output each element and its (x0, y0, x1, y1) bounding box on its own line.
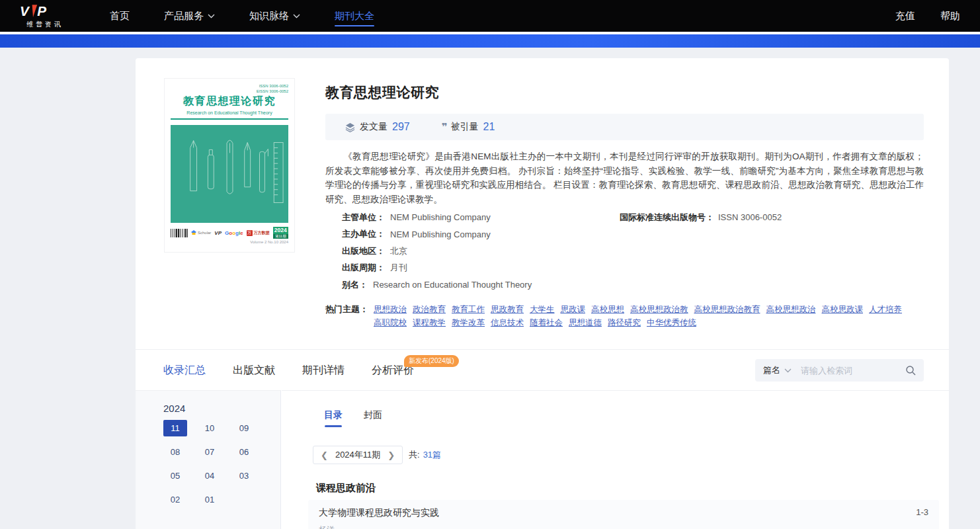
topic-link[interactable]: 随着社会 (530, 316, 563, 329)
vip-logo[interactable]: V P 维普资讯 (20, 3, 81, 29)
journal-metadata: 主管单位：NEM Publishing Company 主办单位：NEM Pub… (342, 209, 532, 294)
cover-divider (171, 118, 288, 120)
nav-item-journals[interactable]: 期刊大全 (335, 0, 374, 32)
search-field-select[interactable]: 篇名 (763, 364, 792, 376)
hot-topics-links: 思想政治 政治教育 教育工作 思政教育 大学生 思政课 高校思想 高校思想政治教… (374, 303, 928, 329)
svg-text:P: P (37, 3, 46, 19)
recharge-link[interactable]: 充值 (895, 10, 915, 22)
cover-artwork (171, 125, 288, 223)
new-release-badge: 新发布(2024版) (404, 355, 459, 367)
vip-logo-mark: V P (20, 3, 61, 19)
issue-grid: 11 10 09 08 07 06 05 04 03 02 01 (163, 420, 266, 515)
issue-cell-10[interactable]: 10 (198, 420, 222, 436)
issue-pager: ❮ 2024年11期 ❯ (313, 446, 403, 464)
issue-cell-09[interactable]: 09 (232, 420, 256, 436)
chevron-left-icon[interactable]: ❮ (321, 451, 328, 460)
nav-item-products[interactable]: 产品服务 (164, 0, 215, 32)
meta-sponsor: 主办单位：NEM Publishing Company (342, 226, 532, 243)
stat-articles: 发文量 297 (345, 121, 410, 133)
article-pages: 1-3 (916, 507, 928, 517)
content-tabs: 目录 封面 (324, 409, 382, 427)
topic-link[interactable]: 高职院校 (374, 316, 407, 329)
pens-illustration (171, 125, 288, 223)
meta-supervisor: 主管单位：NEM Publishing Company (342, 209, 532, 226)
column-section-title: 课程思政前沿 (316, 482, 376, 495)
topic-link[interactable]: 高校思想政治教 (630, 303, 688, 316)
hot-topics-label: 热门主题： (325, 303, 368, 329)
vip-logo-text: 维普资讯 (26, 20, 63, 29)
journal-detail-card: ISSN 3006-0052 EISSN 3006-0052 教育思想理论研究 … (136, 58, 949, 529)
meta-frequency: 出版周期：月刊 (342, 260, 532, 277)
issue-cell-07[interactable]: 07 (198, 444, 222, 460)
wanfang-logo: 万 万方数据 (247, 230, 270, 236)
nav-item-knowledge[interactable]: 知识脉络 (249, 0, 300, 32)
issue-cell-04[interactable]: 04 (198, 468, 222, 484)
topic-link[interactable]: 信息技术 (491, 316, 524, 329)
topic-link[interactable]: 高校思想 (591, 303, 624, 316)
chevron-down-icon (293, 14, 300, 19)
topic-link[interactable]: 政治教育 (413, 303, 446, 316)
current-issue-label: 2024年11期 (335, 449, 380, 461)
tab-journal-details[interactable]: 期刊详情 (302, 364, 345, 378)
chevron-down-icon (784, 368, 792, 373)
cover-issn-text: ISSN 3006-0052 EISSN 3006-0052 (257, 83, 288, 94)
barcode-icon (171, 229, 188, 237)
search-box: 篇名 (755, 359, 924, 382)
topic-link[interactable]: 高校思想政治 (766, 303, 816, 316)
issue-cell-11[interactable]: 11 (163, 420, 187, 436)
topic-link[interactable]: 高校思政课 (822, 303, 864, 316)
search-icon[interactable] (905, 365, 916, 376)
cover-title: 教育思想理论研究 (171, 95, 288, 108)
top-navigation: V P 维普资讯 首页 产品服务 知识脉络 期刊大全 充值 帮助 (0, 0, 980, 32)
journal-cover-image: ISSN 3006-0052 EISSN 3006-0052 教育思想理论研究 … (164, 78, 295, 253)
journal-title: 教育思想理论研究 (325, 83, 439, 102)
hot-topics: 热门主题： 思想政治 政治教育 教育工作 思政教育 大学生 思政课 高校思想 高… (325, 303, 928, 329)
issue-cell-03[interactable]: 03 (232, 468, 256, 484)
google-logo: Google (225, 230, 243, 236)
topic-link[interactable]: 思想道德 (569, 316, 602, 329)
nav-item-home[interactable]: 首页 (110, 0, 130, 32)
cover-logos-row: Scholar VP Google 万 万方数据 2024 第11期 (171, 227, 288, 238)
search-input[interactable] (801, 366, 905, 376)
cover-subtitle: Research on Educational Thought Theory (171, 110, 288, 115)
issue-cell-05[interactable]: 05 (163, 468, 187, 484)
blue-banner (0, 34, 980, 48)
cover-year-badge: 2024 第11期 (273, 227, 288, 239)
issue-browser-sidebar: 2024 11 10 09 08 07 06 05 04 03 02 01 (136, 390, 281, 529)
topic-link[interactable]: 思想政治 (374, 303, 407, 316)
topic-link[interactable]: 教育工作 (452, 303, 485, 316)
quote-icon: ❞ (442, 121, 446, 133)
tab-cover[interactable]: 封面 (364, 409, 382, 427)
layers-icon (345, 122, 355, 132)
tab-table-of-contents[interactable]: 目录 (324, 409, 343, 427)
topic-link[interactable]: 思政教育 (491, 303, 524, 316)
chevron-down-icon (208, 14, 215, 19)
issue-cell-01[interactable]: 01 (198, 491, 222, 508)
year-label[interactable]: 2024 (163, 403, 280, 414)
article-list-item: 大学物理课程思政研究与实践 1-3 杨洋 (308, 500, 939, 529)
issue-cell-08[interactable]: 08 (163, 444, 187, 460)
issue-cell-02[interactable]: 02 (163, 491, 187, 508)
scholar-logo: Scholar (191, 230, 211, 235)
articles-count: 297 (392, 121, 410, 133)
tab-published-literature[interactable]: 出版文献 (233, 364, 275, 378)
chevron-right-icon[interactable]: ❯ (388, 451, 395, 460)
meta-region: 出版地区：北京 (342, 243, 532, 260)
topic-link[interactable]: 大学生 (530, 303, 555, 316)
topic-link[interactable]: 教学改革 (452, 316, 485, 329)
topic-link[interactable]: 人才培养 (869, 303, 902, 316)
journal-stats-bar: 发文量 297 ❞ 被引量 21 (325, 114, 924, 140)
help-link[interactable]: 帮助 (940, 10, 960, 22)
topic-link[interactable]: 思政课 (561, 303, 586, 316)
article-total: 共: 31篇 (409, 446, 441, 464)
stat-citations: ❞ 被引量 21 (442, 121, 495, 133)
topic-link[interactable]: 课程教学 (413, 316, 446, 329)
tab-collection-summary[interactable]: 收录汇总 (163, 364, 206, 378)
article-title-link[interactable]: 大学物理课程思政研究与实践 (319, 507, 439, 519)
topic-link[interactable]: 高校思想政治教育 (694, 303, 760, 316)
topic-link[interactable]: 路径研究 (608, 316, 641, 329)
article-authors-link[interactable]: 杨洋 (319, 524, 928, 529)
citations-count: 21 (483, 121, 495, 133)
issue-cell-06[interactable]: 06 (232, 444, 256, 460)
topic-link[interactable]: 中华优秀传统 (647, 316, 696, 329)
